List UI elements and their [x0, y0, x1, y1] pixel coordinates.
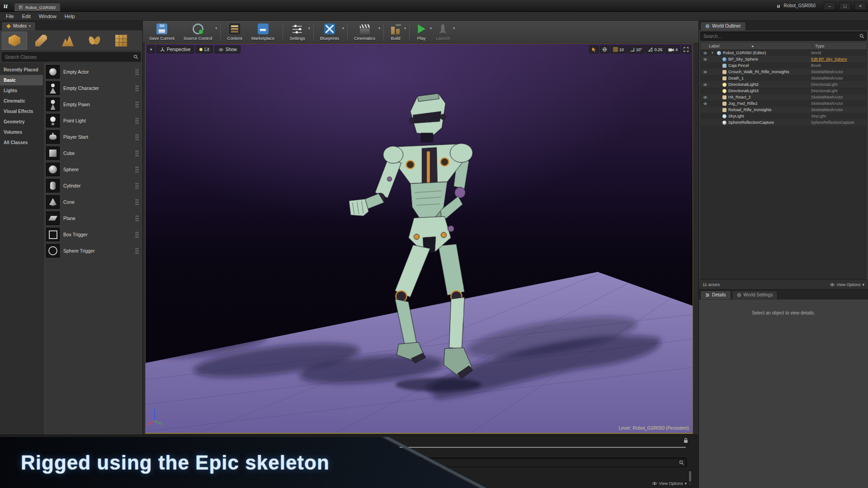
toolbar-button[interactable]: ▾ Launch: [432, 22, 455, 42]
placeable-item[interactable]: Cube: [43, 145, 142, 161]
category-item[interactable]: All Classes: [0, 137, 43, 148]
scrollbar[interactable]: [688, 470, 692, 487]
chevron-down-icon[interactable]: ▾: [404, 26, 406, 30]
drag-grip-icon[interactable]: [135, 85, 139, 91]
toolbar-button[interactable]: ▾ Settings: [286, 22, 310, 42]
world-local-toggle[interactable]: [600, 46, 609, 53]
viewport-3d-scene[interactable]: [146, 44, 693, 433]
drag-grip-icon[interactable]: [135, 231, 139, 238]
maximize-button[interactable]: □: [839, 2, 851, 10]
category-item[interactable]: Basic: [0, 75, 43, 85]
outliner-row[interactable]: ▾ SphereReflectionCapture SphereReflecti…: [701, 119, 866, 126]
outliner-row[interactable]: ▾ Hit_React_2 SkeletalMeshActor: [701, 94, 866, 100]
search-classes-input[interactable]: [2, 52, 141, 61]
chevron-down-icon[interactable]: ▾: [453, 26, 455, 30]
placeable-item[interactable]: Player Start: [43, 129, 142, 145]
outliner-row[interactable]: ▾ Reload_Rifle_Ironsights SkeletalMeshAc…: [701, 107, 866, 113]
visibility-eye-icon[interactable]: [703, 52, 708, 55]
category-item[interactable]: Recently Placed: [0, 65, 43, 75]
scrollbar-thumb[interactable]: [689, 471, 691, 481]
menu-item[interactable]: Edit: [18, 13, 35, 20]
maximize-viewport-button[interactable]: [681, 46, 691, 53]
world-settings-tab[interactable]: World Settings: [732, 291, 778, 299]
outliner-row[interactable]: ▾ Caja Pincel Brush: [701, 62, 866, 69]
viewport-options-button[interactable]: ▾: [147, 46, 155, 53]
chevron-down-icon[interactable]: ▾: [342, 26, 344, 30]
toolbar-button[interactable]: ▾ Marketplace: [248, 22, 280, 42]
toolbar-button[interactable]: ▾ Source Control: [180, 22, 217, 42]
outliner-search-input[interactable]: [700, 32, 867, 41]
close-button[interactable]: ×: [854, 2, 866, 10]
category-item[interactable]: Volumes: [0, 127, 43, 137]
category-item[interactable]: Geometry: [0, 117, 43, 127]
category-item[interactable]: Lights: [0, 85, 43, 96]
drag-grip-icon[interactable]: [135, 199, 139, 205]
placeable-item[interactable]: Cone: [43, 194, 142, 210]
outliner-row[interactable]: ▾ Death_1 SkeletalMeshActor: [701, 75, 866, 81]
chevron-down-icon[interactable]: ▾: [215, 26, 217, 30]
visibility-eye-icon[interactable]: [703, 83, 708, 86]
minimize-button[interactable]: –: [824, 2, 835, 10]
modes-tab[interactable]: Modes ▾: [1, 22, 36, 30]
outliner-row[interactable]: ▾ SkyLight SkyLight: [701, 113, 866, 119]
outliner-row[interactable]: ▾ Crouch_Walk_Rt_Rifle_Ironsights Skelet…: [701, 69, 866, 75]
visibility-eye-icon[interactable]: [703, 70, 708, 74]
drag-grip-icon[interactable]: [135, 166, 139, 173]
drag-grip-icon[interactable]: [135, 101, 139, 108]
lit-button[interactable]: Lit: [196, 46, 213, 53]
level-tab[interactable]: Robot_GSR050: [14, 3, 61, 11]
placeable-item[interactable]: Sphere: [43, 161, 142, 178]
outliner-column-header[interactable]: Label ▲ Type: [700, 42, 867, 50]
outliner-row[interactable]: ▾ DirectionalLight2 DirectionalLight: [701, 81, 866, 88]
mode-tool-button[interactable]: [82, 32, 107, 50]
surface-snap-button[interactable]: [589, 46, 599, 53]
menu-item[interactable]: Help: [61, 13, 79, 20]
content-view-options[interactable]: View Options ▾: [652, 481, 687, 486]
visibility-eye-icon[interactable]: [703, 102, 708, 105]
outliner-row[interactable]: ▾ DirectionalLight3 DirectionalLight: [701, 88, 866, 94]
mode-tool-button[interactable]: [55, 32, 80, 50]
outliner-view-options[interactable]: View Options ▾: [830, 282, 864, 287]
viewport[interactable]: ▾ Perspective Lit Show: [145, 43, 693, 434]
placeable-item[interactable]: Empty Character: [43, 80, 142, 96]
lock-icon[interactable]: [683, 437, 689, 443]
expander-arrow-icon[interactable]: ▾: [712, 51, 715, 55]
mode-tool-button[interactable]: [108, 32, 134, 50]
menu-item[interactable]: Window: [35, 13, 61, 20]
toolbar-button[interactable]: ▾ Save Current: [146, 22, 180, 42]
outliner-row[interactable]: ▾ BP_Sky_Sphere Edit BP_Sky_Sphere: [701, 56, 866, 62]
visibility-eye-icon[interactable]: [703, 96, 708, 99]
toolbar-button[interactable]: ▾ Cinematics: [350, 22, 381, 42]
chevron-down-icon[interactable]: ▾: [430, 26, 432, 30]
menu-item[interactable]: File: [2, 13, 18, 20]
drag-grip-icon[interactable]: [135, 150, 139, 156]
category-item[interactable]: Cinematic: [0, 96, 43, 106]
placeable-item[interactable]: Empty Pawn: [43, 96, 142, 113]
scale-snap-control[interactable]: 0.25: [646, 46, 665, 53]
outliner-row[interactable]: ▾ Jog_Fwd_Rifle2 SkeletalMeshActor: [701, 100, 866, 107]
camera-speed-control[interactable]: 4: [666, 46, 680, 53]
toolbar-button[interactable]: ▾ Build: [387, 22, 406, 42]
chevron-down-icon[interactable]: ▾: [308, 26, 310, 30]
toolbar-button[interactable]: ▾ Blueprints: [316, 22, 344, 42]
placeable-item[interactable]: Cylinder: [43, 178, 142, 194]
visibility-eye-icon[interactable]: [703, 58, 708, 61]
drag-grip-icon[interactable]: [135, 117, 139, 124]
details-tab[interactable]: Details: [700, 291, 731, 299]
drag-grip-icon[interactable]: [135, 183, 139, 189]
grid-snap-control[interactable]: 10: [611, 46, 626, 53]
drag-grip-icon[interactable]: [135, 215, 139, 221]
drag-grip-icon[interactable]: [135, 248, 139, 254]
perspective-button[interactable]: Perspective: [156, 46, 194, 53]
show-button[interactable]: Show: [215, 46, 241, 53]
toolbar-button[interactable]: ▾ Play: [412, 22, 432, 42]
toolbar-button[interactable]: ▾ Content: [223, 22, 247, 42]
placeable-item[interactable]: Sphere Trigger: [43, 243, 142, 259]
type-column-header[interactable]: Type: [812, 43, 866, 48]
mode-tool-button[interactable]: [2, 32, 27, 50]
drag-grip-icon[interactable]: [135, 134, 139, 140]
placeable-item[interactable]: Plane: [43, 210, 142, 226]
mode-tool-button[interactable]: [28, 32, 54, 50]
placeable-item[interactable]: Point Light: [43, 113, 142, 129]
placeable-item[interactable]: Box Trigger: [43, 226, 142, 243]
